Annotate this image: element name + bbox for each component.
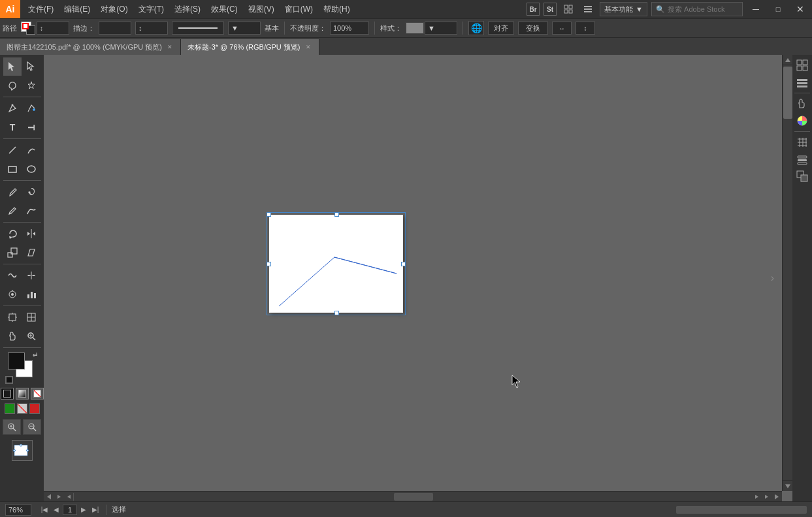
white-indicator[interactable] <box>17 403 27 414</box>
tool-slice[interactable] <box>22 308 41 326</box>
tool-blob-brush[interactable] <box>22 183 41 201</box>
tool-pen[interactable] <box>3 99 22 118</box>
artboard-tool-preview[interactable] <box>12 440 33 461</box>
first-page-nav[interactable]: |◀ <box>39 505 50 515</box>
tool-direct-select[interactable] <box>22 57 41 76</box>
menu-help[interactable]: 帮助(H) <box>318 0 355 18</box>
foreground-color-swatch[interactable] <box>8 352 25 369</box>
tool-type[interactable]: T <box>3 118 22 136</box>
next-page-nav[interactable]: ▶ <box>78 505 89 515</box>
tool-line[interactable] <box>3 141 22 159</box>
panel-btn-arrange[interactable] <box>794 168 810 184</box>
reset-colors-icon[interactable] <box>5 376 13 384</box>
solid-mode-btn[interactable] <box>1 388 14 400</box>
last-page-nav[interactable]: ▶| <box>90 505 101 515</box>
scrollbar-vertical[interactable] <box>782 55 792 491</box>
scroll-up-button[interactable] <box>783 55 792 65</box>
scroll-thumb-horizontal[interactable] <box>394 493 433 501</box>
style-fill-box[interactable] <box>406 22 424 34</box>
stroke-style-dropdown[interactable]: ▼ <box>228 22 261 35</box>
canvas-area[interactable]: › <box>44 55 792 501</box>
panel-btn-2[interactable] <box>794 74 810 90</box>
zoom-in-tool-icon[interactable] <box>3 419 21 435</box>
stroke-dropdown[interactable]: ↕ <box>37 22 69 35</box>
tab-1[interactable]: 图帮主1422105.pdf* @ 100% (CMYK/GPU 预览) ✕ <box>0 39 181 55</box>
panel-icon[interactable] <box>580 1 596 17</box>
green-indicator[interactable] <box>5 403 15 414</box>
collapse-right-panel[interactable]: › <box>771 272 774 284</box>
tool-paintbrush[interactable] <box>3 183 22 201</box>
stroke-color-icon[interactable] <box>21 22 35 35</box>
tool-pencil[interactable] <box>3 202 22 220</box>
zoom-input[interactable] <box>5 504 31 516</box>
menu-window[interactable]: 窗口(W) <box>280 0 318 18</box>
scroll-left-button[interactable] <box>44 492 54 502</box>
tab-2[interactable]: 未标题-3* @ 76% (RGB/GPU 预览) ✕ <box>181 39 319 55</box>
tool-zoom[interactable] <box>22 327 41 345</box>
prev-page-nav[interactable]: ◀ <box>51 505 61 515</box>
tool-lasso[interactable] <box>3 76 22 95</box>
panel-btn-layers[interactable] <box>794 151 810 167</box>
minimize-button[interactable]: ─ <box>747 0 765 18</box>
tool-warp[interactable] <box>3 266 22 285</box>
panel-btn-hand[interactable] <box>794 96 810 112</box>
scroll-down-button[interactable] <box>783 480 792 491</box>
tool-scale[interactable] <box>3 243 22 262</box>
last-page-button[interactable] <box>762 492 771 501</box>
grid-view-icon[interactable] <box>560 1 576 17</box>
search-stock[interactable]: 🔍 搜索 Adobe Stock <box>651 2 743 16</box>
tab-1-close[interactable]: ✕ <box>166 43 174 51</box>
tool-select[interactable] <box>3 57 22 76</box>
color-swatches[interactable]: ⇄ <box>8 352 37 381</box>
tool-symbol[interactable] <box>3 285 22 304</box>
tool-width[interactable] <box>22 266 41 285</box>
menu-edit[interactable]: 编辑(E) <box>59 0 95 18</box>
artboard[interactable] <box>269 215 403 313</box>
menu-select[interactable]: 选择(S) <box>169 0 206 18</box>
menu-text[interactable]: 文字(T) <box>133 0 169 18</box>
tool-hand[interactable] <box>3 327 22 345</box>
mirror-btn2[interactable]: ↕ <box>576 22 595 35</box>
panel-btn-grid[interactable] <box>794 134 810 150</box>
stroke-line-preview[interactable] <box>172 22 224 35</box>
workspace-dropdown[interactable]: 基本功能 ▼ <box>600 2 647 16</box>
red-indicator[interactable] <box>29 403 40 414</box>
bridge-button[interactable]: Br <box>527 3 540 16</box>
stock-button[interactable]: St <box>544 3 557 16</box>
mirror-btn[interactable]: ↔ <box>552 22 572 35</box>
none-mode-btn[interactable] <box>31 388 44 400</box>
stroke-value-input[interactable] <box>99 22 131 35</box>
menu-object[interactable]: 对象(O) <box>95 0 133 18</box>
gradient-mode-btn[interactable] <box>16 388 29 400</box>
first-page-button[interactable] <box>54 492 63 501</box>
menu-view[interactable]: 视图(V) <box>243 0 280 18</box>
scrollbar-horizontal[interactable] <box>44 491 782 501</box>
page-number-input[interactable] <box>63 505 77 515</box>
swap-colors-icon[interactable]: ⇄ <box>33 351 38 358</box>
tool-type-vertical[interactable]: T <box>22 118 41 136</box>
stroke-width-dropdown[interactable]: ↕ <box>135 22 168 35</box>
tool-magic-wand[interactable] <box>22 76 41 95</box>
tool-reflect[interactable] <box>22 225 41 243</box>
menu-effect[interactable]: 效果(C) <box>206 0 243 18</box>
tool-rotate[interactable] <box>3 225 22 243</box>
zoom-out-tool-icon[interactable] <box>23 419 41 435</box>
tool-add-anchor[interactable] <box>22 99 41 118</box>
menu-file[interactable]: 文件(F) <box>23 0 59 18</box>
scroll-thumb-vertical[interactable] <box>783 67 792 119</box>
panel-btn-color[interactable] <box>794 113 810 129</box>
close-button[interactable]: ✕ <box>791 0 809 18</box>
prev-page-button[interactable] <box>64 492 73 501</box>
tool-chart[interactable] <box>22 285 41 304</box>
tool-rect[interactable] <box>3 160 22 178</box>
panel-btn-1[interactable] <box>794 57 810 73</box>
next-page-button[interactable] <box>753 492 762 501</box>
maximize-button[interactable]: □ <box>769 0 787 18</box>
tool-smooth[interactable] <box>22 202 41 220</box>
align-button[interactable]: 对齐 <box>488 22 514 35</box>
tab-2-close[interactable]: ✕ <box>304 43 312 51</box>
tool-shear[interactable] <box>22 243 41 262</box>
tool-ellipse[interactable] <box>22 160 41 178</box>
tool-arc[interactable] <box>22 141 41 159</box>
opacity-input[interactable]: 100% <box>330 22 369 35</box>
